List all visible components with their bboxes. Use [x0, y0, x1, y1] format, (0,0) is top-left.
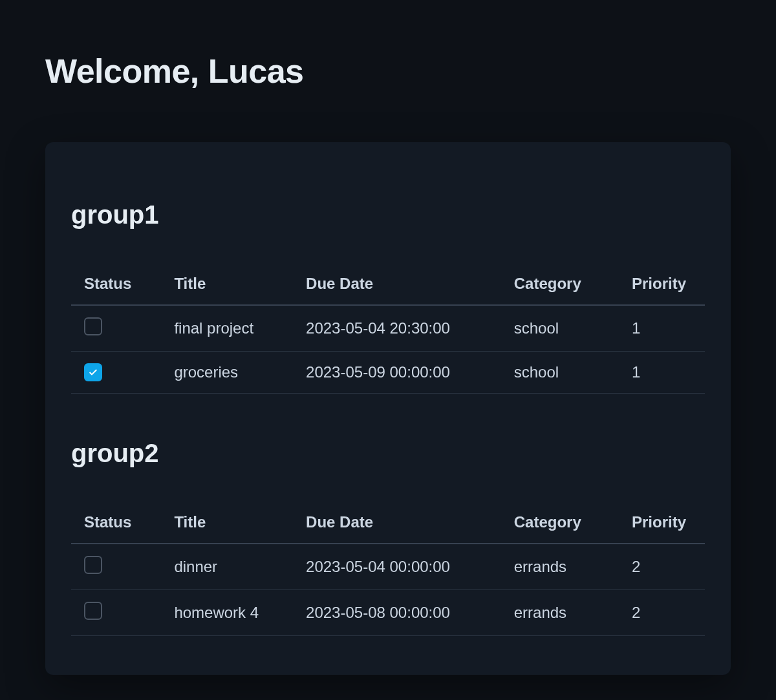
- status-checkbox[interactable]: [84, 317, 102, 335]
- cell-title: groceries: [161, 352, 293, 394]
- groups-card: group1 Status Title Due Date Category Pr…: [45, 142, 731, 675]
- cell-title: dinner: [161, 544, 293, 590]
- column-header-due-date: Due Date: [293, 275, 501, 305]
- cell-priority: 1: [619, 352, 705, 394]
- column-header-status: Status: [71, 275, 161, 305]
- column-header-title: Title: [161, 513, 293, 544]
- status-checkbox[interactable]: [84, 556, 102, 574]
- cell-due-date: 2023-05-04 00:00:00: [293, 544, 501, 590]
- table-row: final project 2023-05-04 20:30:00 school…: [71, 305, 705, 352]
- column-header-priority: Priority: [619, 513, 705, 544]
- table-row: dinner 2023-05-04 00:00:00 errands 2: [71, 544, 705, 590]
- table-header-row: Status Title Due Date Category Priority: [71, 513, 705, 544]
- group-title: group1: [71, 200, 705, 229]
- cell-status: [71, 305, 161, 352]
- cell-category: school: [501, 352, 619, 394]
- task-table: Status Title Due Date Category Priority …: [71, 513, 705, 636]
- column-header-due-date: Due Date: [293, 513, 501, 544]
- table-header-row: Status Title Due Date Category Priority: [71, 275, 705, 305]
- page-title: Welcome, Lucas: [0, 0, 776, 90]
- cell-title: homework 4: [161, 590, 293, 636]
- cell-category: errands: [501, 544, 619, 590]
- cell-status: [71, 352, 161, 394]
- table-row: homework 4 2023-05-08 00:00:00 errands 2: [71, 590, 705, 636]
- cell-category: school: [501, 305, 619, 352]
- column-header-status: Status: [71, 513, 161, 544]
- group-block: group1 Status Title Due Date Category Pr…: [71, 200, 705, 394]
- table-row: groceries 2023-05-09 00:00:00 school 1: [71, 352, 705, 394]
- check-icon: [88, 367, 98, 377]
- cell-due-date: 2023-05-08 00:00:00: [293, 590, 501, 636]
- cell-due-date: 2023-05-04 20:30:00: [293, 305, 501, 352]
- status-checkbox[interactable]: [84, 363, 102, 381]
- cell-priority: 2: [619, 544, 705, 590]
- task-table: Status Title Due Date Category Priority …: [71, 275, 705, 394]
- column-header-category: Category: [501, 275, 619, 305]
- group-block: group2 Status Title Due Date Category Pr…: [71, 439, 705, 636]
- cell-title: final project: [161, 305, 293, 352]
- column-header-priority: Priority: [619, 275, 705, 305]
- cell-category: errands: [501, 590, 619, 636]
- column-header-category: Category: [501, 513, 619, 544]
- column-header-title: Title: [161, 275, 293, 305]
- status-checkbox[interactable]: [84, 602, 102, 620]
- group-title: group2: [71, 439, 705, 468]
- cell-priority: 2: [619, 590, 705, 636]
- cell-priority: 1: [619, 305, 705, 352]
- cell-status: [71, 544, 161, 590]
- cell-due-date: 2023-05-09 00:00:00: [293, 352, 501, 394]
- cell-status: [71, 590, 161, 636]
